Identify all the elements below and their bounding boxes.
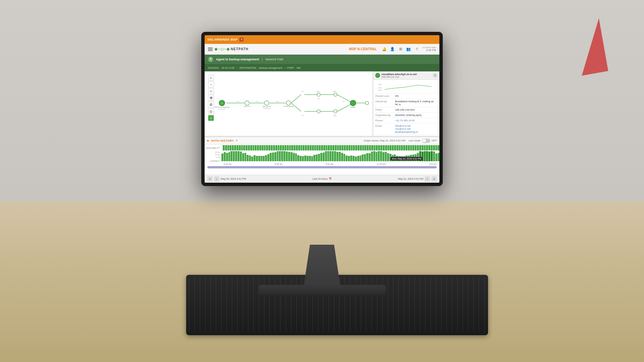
person-circle-icon-button[interactable]: 👥 [405,46,412,53]
top-bar-close-button[interactable] [239,38,244,42]
avail-bar-27 [284,145,286,150]
latency-bar-59 [357,156,359,161]
avail-bar-7 [239,145,241,150]
camera-button[interactable]: ◎ [208,108,214,114]
latency-bar-55 [348,156,350,161]
latency-bar-27 [283,151,285,161]
svg-point-40 [365,101,369,105]
info-hostname: cloudflare.telecity2.nl-ix.net [381,73,417,76]
avail-bar-85 [417,145,419,150]
info-bar: SOURCE: 19.23.73.67 | DESTINATION: backu… [205,64,439,71]
scrollbar-thumb[interactable] [207,166,437,168]
nav-back-button[interactable]: « [207,176,213,182]
originated-value: AS42541 (Fiberby ApS) [395,114,437,117]
latency-bar-94 [438,153,439,161]
bell-icon-button[interactable]: 🔔 [381,46,388,53]
toggle-knob [423,139,426,142]
avail-bar-70 [383,145,385,150]
latency-bar-43 [320,153,322,161]
time-label-1: 8:00 am [275,163,283,165]
latency-bar-18 [263,156,265,161]
latency-bar-47 [329,151,331,161]
zoom-in-button[interactable]: + [208,75,214,81]
hamburger-menu-icon[interactable] [208,48,213,51]
latency-bar-46 [327,151,329,161]
nav-next-button[interactable]: › [425,176,430,182]
nav-prev-button[interactable]: ‹ [214,176,219,182]
latency-bar-32 [295,154,297,162]
svg-point-14 [334,93,337,96]
move-button[interactable]: ✥ [208,95,214,101]
svg-text:< 1ms: < 1ms [301,115,304,116]
latency-bar-70 [382,152,384,161]
expand-button[interactable]: + [208,88,214,94]
latency-bar-69 [380,151,382,161]
user-icon-button[interactable]: 👤 [389,46,396,53]
info-close-button[interactable]: × [433,73,437,78]
latency-bar-39 [311,156,313,161]
avail-bar-54 [346,145,348,150]
email-2[interactable]: noc@nl-ix.net [395,127,418,130]
email-1[interactable]: info@nl-ix.net [395,124,418,127]
avail-bar-40 [314,145,316,150]
nav-forward-button[interactable]: » [431,176,437,182]
agent-icon-btn[interactable]: A [208,115,214,121]
zoom-out-button[interactable]: − [208,81,214,87]
phone-value[interactable]: +31 70 363 16 61 [395,119,437,122]
email-values: info@nl-ix.net noc@nl-ix.net jan@openpee… [395,124,418,133]
avail-bar-80 [406,145,408,150]
calendar-icon[interactable]: 📅 [329,177,332,180]
netpath-node-1 [215,48,217,51]
avail-bar-21 [271,145,273,150]
path-history-dropdown-icon[interactable]: ▼ [235,139,238,142]
avail-bar-0 [223,145,225,150]
latency-bar-40 [313,155,315,161]
breadcrumb-title: Agent to backup.management [216,58,259,61]
avail-bar-63 [367,145,369,150]
chart-content: AVAILABILITY (() => { const container = … [205,144,439,170]
svg-point-0 [210,58,212,60]
avail-bar-84 [415,145,417,150]
avail-bar-29 [289,145,291,150]
avail-bar-16 [259,145,261,150]
avail-bar-34 [301,145,303,150]
availability-bars: (() => { const container = document.curr… [223,145,439,150]
latency-bar-33 [297,155,299,161]
breadcrumb-sep: | [262,58,263,61]
email-3[interactable]: jan@openpeering.nl [395,130,418,133]
timeline-scrollbar[interactable] [207,166,437,169]
avail-bar-92 [433,145,435,150]
avail-bar-39 [312,145,314,150]
latency-bar-1 [224,152,226,161]
live-mode-toggle[interactable] [422,139,430,143]
latency-bar-42 [318,154,320,161]
avail-bar-62 [364,145,366,150]
latency-bar-92 [433,152,435,161]
grid-icon-button[interactable]: ⊞ [397,46,404,53]
latency-bar-62 [364,154,366,161]
time-label-2: 9:40 am [326,163,334,165]
latency-bar-49 [334,151,336,161]
latency-bar-60 [360,156,362,161]
settings-button[interactable]: ⚙ [208,102,214,108]
help-icon-button[interactable]: ? [413,46,420,53]
svg-text:5ms: 5ms [342,101,345,102]
nav-start-date: May 30, 2019 4:41 PM [221,177,246,180]
svg-text:ld-r1...: ld-r1... [334,91,337,92]
avail-bar-6 [236,145,238,150]
forward-icon: » [433,177,435,181]
latency-bar-31 [293,153,295,161]
port-label: PORT: [287,66,294,69]
avail-bar-25 [280,145,282,150]
path-history-header: ▶ PATH HISTORY ▼ Graph shows: May 31, 20… [205,137,439,144]
svg-point-24 [264,101,269,105]
packet-loss-label: Packet Loss: [375,95,394,98]
email-label: Email: [375,124,394,127]
avail-bar-43 [321,145,323,150]
avail-bar-57 [353,145,355,150]
latency-bar-65 [371,152,373,161]
svg-text:10.23.72.1: 10.23.72.1 [244,106,251,107]
port-value: 443 [297,66,301,69]
avail-bar-87 [422,145,424,150]
avail-bar-55 [348,145,351,150]
